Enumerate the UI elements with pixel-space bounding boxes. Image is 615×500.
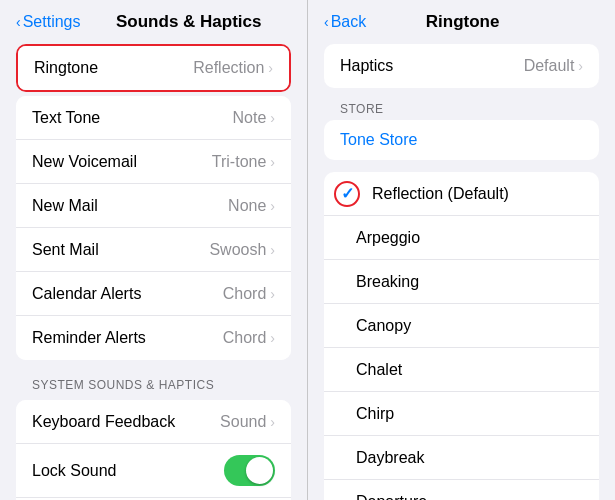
right-page-title: Ringtone (366, 12, 559, 32)
ringtone-name-breaking: Breaking (356, 273, 419, 291)
right-back-label: Back (331, 13, 367, 31)
new-voicemail-right: Tri-tone › (212, 153, 275, 171)
back-chevron-icon: ‹ (16, 14, 21, 30)
new-mail-right: None › (228, 197, 275, 215)
keyboard-feedback-chevron-icon: › (270, 414, 275, 430)
keyboard-feedback-label: Keyboard Feedback (32, 413, 175, 431)
store-section-header: STORE (308, 96, 615, 120)
text-tone-value: Note (233, 109, 267, 127)
ringtone-name-chirp: Chirp (356, 405, 394, 423)
ringtone-right: Reflection › (193, 59, 273, 77)
sent-mail-chevron-icon: › (270, 242, 275, 258)
ringtone-item-daybreak[interactable]: Daybreak (324, 436, 599, 480)
sent-mail-right: Swoosh › (209, 241, 275, 259)
ringtone-label: Ringtone (34, 59, 98, 77)
ringtone-chevron-icon: › (268, 60, 273, 76)
text-tone-label: Text Tone (32, 109, 100, 127)
lock-sound-toggle-track (224, 455, 275, 486)
settings-back-button[interactable]: ‹ Settings (16, 13, 80, 31)
check-mark-icon: ✓ (341, 184, 354, 203)
system-sounds-section: Keyboard Feedback Sound › Lock Sound Sys… (16, 400, 291, 500)
ringtone-section: Ringtone Reflection › (16, 44, 291, 92)
back-label: Settings (23, 13, 81, 31)
calendar-alerts-row[interactable]: Calendar Alerts Chord › (16, 272, 291, 316)
text-tone-chevron-icon: › (270, 110, 275, 126)
reminder-alerts-label: Reminder Alerts (32, 329, 146, 347)
ringtone-item-canopy[interactable]: Canopy (324, 304, 599, 348)
ringtone-name-daybreak: Daybreak (356, 449, 424, 467)
new-mail-label: New Mail (32, 197, 98, 215)
sounds-section: Text Tone Note › New Voicemail Tri-tone … (16, 96, 291, 360)
reminder-alerts-row[interactable]: Reminder Alerts Chord › (16, 316, 291, 360)
ringtone-name-reflection: Reflection (Default) (372, 185, 509, 203)
haptics-section: Haptics Default › (324, 44, 599, 88)
new-mail-value: None (228, 197, 266, 215)
keyboard-feedback-value: Sound (220, 413, 266, 431)
ringtone-item-reflection[interactable]: ✓ Reflection (Default) (324, 172, 599, 216)
sent-mail-row[interactable]: Sent Mail Swoosh › (16, 228, 291, 272)
left-panel: ‹ Settings Sounds & Haptics Ringtone Ref… (0, 0, 308, 500)
left-page-title: Sounds & Haptics (86, 12, 291, 32)
left-header: ‹ Settings Sounds & Haptics (0, 0, 307, 40)
ringtone-item-departure[interactable]: Departure (324, 480, 599, 500)
new-mail-chevron-icon: › (270, 198, 275, 214)
lock-sound-label: Lock Sound (32, 462, 117, 480)
sent-mail-label: Sent Mail (32, 241, 99, 259)
ringtone-name-chalet: Chalet (356, 361, 402, 379)
tone-store-row[interactable]: Tone Store (324, 120, 599, 160)
ringtone-value: Reflection (193, 59, 264, 77)
sent-mail-value: Swoosh (209, 241, 266, 259)
keyboard-feedback-right: Sound › (220, 413, 275, 431)
calendar-alerts-label: Calendar Alerts (32, 285, 141, 303)
ringtone-back-button[interactable]: ‹ Back (324, 13, 366, 31)
ringtone-item-arpeggio[interactable]: Arpeggio (324, 216, 599, 260)
new-voicemail-row[interactable]: New Voicemail Tri-tone › (16, 140, 291, 184)
right-panel: ‹ Back Ringtone Haptics Default › STORE … (308, 0, 615, 500)
ringtone-item-chirp[interactable]: Chirp (324, 392, 599, 436)
haptics-row[interactable]: Haptics Default › (324, 44, 599, 88)
calendar-alerts-chevron-icon: › (270, 286, 275, 302)
new-mail-row[interactable]: New Mail None › (16, 184, 291, 228)
ringtone-name-departure: Departure (356, 493, 427, 501)
system-section-header: SYSTEM SOUNDS & HAPTICS (0, 372, 307, 396)
calendar-alerts-value: Chord (223, 285, 267, 303)
ringtone-item-breaking[interactable]: Breaking (324, 260, 599, 304)
haptics-row-right: Default › (524, 57, 583, 75)
haptics-chevron-icon: › (578, 58, 583, 74)
right-back-chevron-icon: ‹ (324, 14, 329, 30)
tone-store-label: Tone Store (340, 131, 417, 149)
ringtone-name-canopy: Canopy (356, 317, 411, 335)
reminder-alerts-value: Chord (223, 329, 267, 347)
reminder-alerts-chevron-icon: › (270, 330, 275, 346)
reminder-alerts-right: Chord › (223, 329, 275, 347)
new-voicemail-value: Tri-tone (212, 153, 267, 171)
lock-sound-toggle[interactable] (224, 455, 275, 486)
ringtone-list: ✓ Reflection (Default) Arpeggio Breaking… (324, 172, 599, 500)
ringtone-row[interactable]: Ringtone Reflection › (18, 46, 289, 90)
text-tone-right: Note › (233, 109, 275, 127)
new-voicemail-label: New Voicemail (32, 153, 137, 171)
haptics-row-value: Default (524, 57, 575, 75)
keyboard-feedback-row[interactable]: Keyboard Feedback Sound › (16, 400, 291, 444)
new-voicemail-chevron-icon: › (270, 154, 275, 170)
calendar-alerts-right: Chord › (223, 285, 275, 303)
text-tone-row[interactable]: Text Tone Note › (16, 96, 291, 140)
lock-sound-toggle-thumb (246, 457, 273, 484)
ringtone-item-chalet[interactable]: Chalet (324, 348, 599, 392)
right-header: ‹ Back Ringtone (308, 0, 615, 40)
lock-sound-row[interactable]: Lock Sound (16, 444, 291, 498)
selected-check-circle: ✓ (334, 181, 360, 207)
ringtone-name-arpeggio: Arpeggio (356, 229, 420, 247)
haptics-row-label: Haptics (340, 57, 393, 75)
